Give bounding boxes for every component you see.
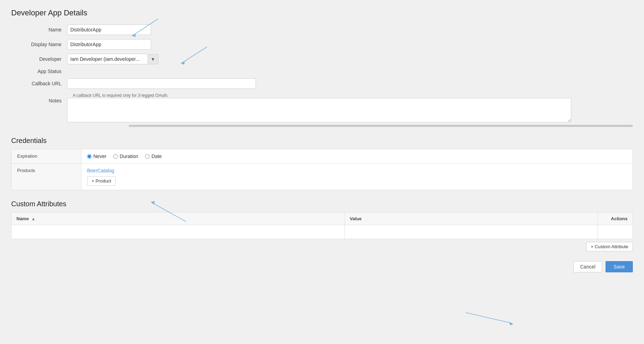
radio-duration-label: Duration — [120, 153, 138, 159]
developer-label: Developer — [11, 56, 67, 62]
add-custom-attribute-button[interactable]: + Custom Attribute — [586, 242, 633, 251]
save-button[interactable]: Save — [606, 261, 633, 272]
callback-url-label: Callback URL — [11, 81, 67, 86]
expiration-options-cell: Never Duration Date — [81, 149, 633, 164]
actions-column-label: Actions — [611, 216, 628, 221]
name-label: Name — [11, 27, 67, 33]
credentials-title: Credentials — [11, 137, 633, 145]
developer-select-button[interactable]: ▼ — [148, 54, 158, 64]
add-custom-attr-wrapper: + Custom Attribute — [11, 239, 633, 251]
custom-attributes-section: Custom Attributes Name ▲ Value Actions — [11, 200, 633, 251]
radio-never-label: Never — [93, 153, 106, 159]
name-column-label: Name — [16, 216, 29, 221]
display-name-input[interactable] — [67, 39, 151, 50]
radio-duration[interactable]: Duration — [113, 153, 138, 159]
beer-catalog-link[interactable]: BeerCatalog — [87, 168, 627, 173]
radio-date[interactable]: Date — [145, 153, 162, 159]
developer-input[interactable] — [67, 54, 148, 64]
page-title: Developer App Details — [11, 8, 633, 17]
notes-label: Notes — [11, 98, 67, 103]
expiration-label: Expiration — [12, 149, 81, 164]
notes-row: Notes — [11, 98, 633, 127]
value-column-header: Value — [345, 213, 598, 225]
notes-textarea[interactable] — [67, 98, 571, 122]
action-bar: Cancel Save — [11, 261, 633, 272]
expiration-radio-group: Never Duration Date — [87, 153, 627, 159]
radio-never-input[interactable] — [87, 154, 92, 159]
app-status-label: App Status — [11, 69, 67, 74]
save-label: Save — [614, 264, 625, 270]
empty-attr-row — [12, 225, 633, 239]
empty-actions-cell — [598, 225, 633, 239]
sort-arrow-icon: ▲ — [31, 217, 35, 221]
app-status-row: App Status — [11, 69, 633, 74]
radio-date-input[interactable] — [145, 154, 150, 159]
radio-date-label: Date — [151, 153, 162, 159]
name-row: Name — [11, 24, 633, 35]
callback-url-row: Callback URL — [11, 78, 633, 89]
display-name-label: Display Name — [11, 42, 67, 47]
callback-url-input[interactable] — [67, 78, 256, 89]
notes-wrapper — [67, 98, 633, 127]
svg-marker-7 — [509, 322, 513, 325]
custom-attributes-title: Custom Attributes — [11, 200, 633, 208]
developer-app-details-section: Developer App Details Name Display Name … — [11, 8, 633, 127]
name-input[interactable] — [67, 24, 151, 35]
products-cell: BeerCatalog + Product — [81, 164, 633, 190]
callback-url-hint: A callback URL is required only for 3-le… — [73, 93, 633, 98]
credentials-section: Credentials Expiration Never Duration — [11, 137, 633, 190]
add-product-label: + Product — [92, 178, 111, 184]
name-column-header[interactable]: Name ▲ — [12, 213, 345, 225]
empty-value-cell — [345, 225, 598, 239]
value-column-label: Value — [350, 216, 362, 221]
radio-never[interactable]: Never — [87, 153, 106, 159]
custom-attributes-thead: Name ▲ Value Actions — [12, 213, 633, 225]
custom-attributes-tbody — [12, 225, 633, 239]
credentials-table: Expiration Never Duration Da — [11, 149, 633, 190]
actions-column-header: Actions — [598, 213, 633, 225]
products-label: Products — [12, 164, 81, 190]
cancel-label: Cancel — [580, 264, 595, 270]
empty-name-cell — [12, 225, 345, 239]
resize-handle[interactable] — [129, 125, 633, 127]
expiration-row: Expiration Never Duration Da — [12, 149, 633, 164]
products-row: Products BeerCatalog + Product — [12, 164, 633, 190]
developer-wrapper: ▼ — [67, 54, 158, 64]
page-wrapper: Developer App Details Name Display Name … — [11, 8, 633, 272]
developer-row: Developer ▼ — [11, 54, 633, 64]
custom-attributes-table: Name ▲ Value Actions — [11, 212, 633, 239]
svg-line-6 — [466, 313, 511, 323]
display-name-row: Display Name — [11, 39, 633, 50]
cancel-button[interactable]: Cancel — [573, 261, 602, 272]
table-header-row: Name ▲ Value Actions — [12, 213, 633, 225]
radio-duration-input[interactable] — [113, 154, 118, 159]
add-custom-attribute-label: + Custom Attribute — [591, 244, 628, 249]
add-product-button[interactable]: + Product — [87, 176, 116, 186]
